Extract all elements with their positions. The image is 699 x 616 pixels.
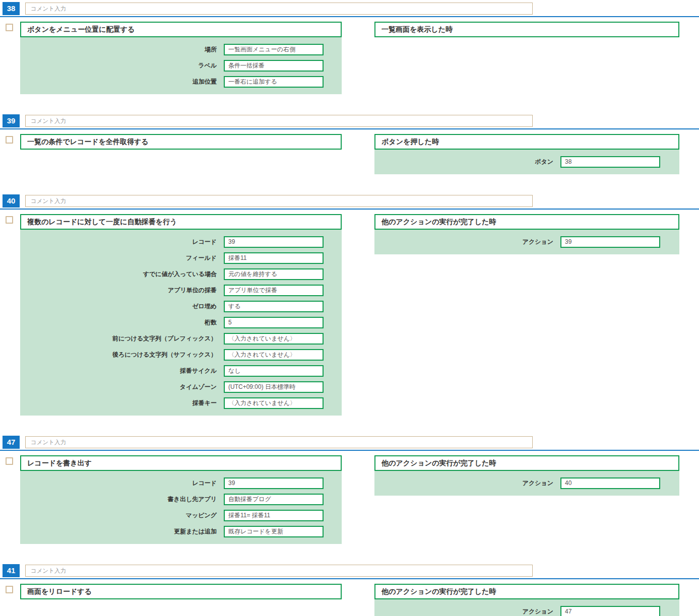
step-number-badge: 38 — [3, 2, 20, 15]
param-value-select[interactable]: 39 — [560, 236, 660, 248]
section-40: 40 複数のレコードに対して一度に自動採番を行う レコード 39 フィールド 採… — [0, 194, 699, 416]
comment-input[interactable] — [25, 3, 533, 15]
trigger-title[interactable]: 一覧画面を表示した時 — [374, 22, 679, 37]
trigger-title[interactable]: 他のアクションの実行が完了した時 — [374, 584, 679, 599]
param-label: ボタン — [374, 158, 553, 166]
checkbox-column — [0, 134, 20, 144]
param-row: 採番キー 〈入力されていません〉 — [20, 395, 342, 411]
section-checkbox[interactable] — [6, 24, 13, 31]
param-value-select[interactable]: 5 — [224, 317, 324, 328]
param-row: 更新または追加 既存レコードを更新 — [20, 523, 342, 539]
param-value-select[interactable]: 条件一括採番 — [224, 60, 324, 72]
param-value-select[interactable]: (UTC+09:00) 日本標準時 — [224, 381, 324, 393]
param-row: アプリ単位の採番 アプリ単位で採番 — [20, 282, 342, 298]
param-value-select[interactable]: 〈入力されていません〉 — [224, 333, 324, 345]
param-row: 前につける文字列（プレフィックス） 〈入力されていません〉 — [20, 330, 342, 347]
param-label: アクション — [374, 479, 553, 488]
section-checkbox[interactable] — [6, 216, 13, 224]
param-value-select[interactable]: 40 — [560, 477, 660, 489]
param-value-select[interactable]: する — [224, 301, 324, 312]
trigger-title[interactable]: ボタンを押した時 — [374, 134, 679, 150]
comment-input[interactable] — [25, 436, 533, 448]
param-value-select[interactable]: 〈入力されていません〉 — [224, 349, 324, 361]
trigger-title[interactable]: 他のアクションの実行が完了した時 — [374, 214, 679, 230]
section-40-content: 複数のレコードに対して一度に自動採番を行う レコード 39 フィールド 採番11… — [0, 210, 699, 416]
param-row: 場所 一覧画面メニューの右側 — [20, 41, 342, 57]
checkbox-column — [0, 22, 20, 31]
section-39: 39 一覧の条件でレコードを全件取得する ボタンを押した時 ボタン 38 — [0, 114, 699, 174]
param-value-select[interactable]: 38 — [560, 156, 660, 168]
param-label: ゼロ埋め — [20, 302, 217, 311]
action-column: レコードを書き出す レコード 39 書き出し先アプリ 自動採番ブログ マッピング… — [20, 455, 342, 544]
workflow-action-list: 38 ボタンをメニュー位置に配置する 場所 一覧画面メニューの右側 ラベル 条件… — [0, 0, 699, 616]
param-row: アクション 39 — [374, 234, 679, 250]
trigger-column: 他のアクションの実行が完了した時 アクション 40 — [374, 455, 679, 496]
param-label: アクション — [374, 607, 553, 616]
trigger-column: ボタンを押した時 ボタン 38 — [374, 134, 679, 174]
section-38-content: ボタンをメニュー位置に配置する 場所 一覧画面メニューの右側 ラベル 条件一括採… — [0, 17, 699, 94]
step-number-badge: 47 — [3, 436, 20, 449]
action-params-panel: 場所 一覧画面メニューの右側 ラベル 条件一括採番 追加位置 一番右に追加する — [20, 37, 342, 94]
param-row: 採番サイクル なし — [20, 363, 342, 379]
trigger-title[interactable]: 他のアクションの実行が完了した時 — [374, 455, 679, 471]
section-checkbox[interactable] — [6, 136, 13, 144]
section-39-content: 一覧の条件でレコードを全件取得する ボタンを押した時 ボタン 38 — [0, 129, 699, 174]
param-row: 追加位置 一番右に追加する — [20, 74, 342, 90]
section-47-header: 47 — [0, 436, 699, 450]
param-value-select[interactable]: なし — [224, 365, 324, 377]
action-title[interactable]: レコードを書き出す — [20, 455, 342, 471]
param-row: すでに値が入っている場合 元の値を維持する — [20, 266, 342, 282]
checkbox-column — [0, 455, 20, 465]
param-value-select[interactable]: 一覧画面メニューの右側 — [224, 44, 324, 55]
section-41-header: 41 — [0, 564, 699, 578]
param-value-select[interactable]: 元の値を維持する — [224, 268, 324, 280]
param-value-select[interactable]: アプリ単位で採番 — [224, 285, 324, 296]
param-row: ボタン 38 — [374, 154, 679, 170]
param-row: レコード 39 — [20, 234, 342, 250]
action-params-panel: レコード 39 フィールド 採番11 すでに値が入っている場合 元の値を維持する… — [20, 230, 342, 416]
param-value-select[interactable]: 自動採番ブログ — [224, 494, 324, 505]
param-row: レコード 39 — [20, 475, 342, 491]
param-value-select[interactable]: 〈入力されていません〉 — [224, 397, 324, 409]
param-label: レコード — [20, 479, 217, 488]
section-38: 38 ボタンをメニュー位置に配置する 場所 一覧画面メニューの右側 ラベル 条件… — [0, 2, 699, 94]
action-title[interactable]: ボタンをメニュー位置に配置する — [20, 22, 342, 37]
param-label: フィールド — [20, 254, 217, 262]
param-value-select[interactable]: 39 — [224, 477, 324, 489]
param-value-select[interactable]: 一番右に追加する — [224, 76, 324, 88]
action-title[interactable]: 画面をリロードする — [20, 584, 342, 599]
param-label: 桁数 — [20, 318, 217, 327]
action-title[interactable]: 一覧の条件でレコードを全件取得する — [20, 134, 342, 150]
section-40-header: 40 — [0, 194, 699, 209]
section-41: 41 画面をリロードする 他のアクションの実行が完了した時 アクション 47 — [0, 564, 699, 616]
section-checkbox[interactable] — [6, 457, 13, 465]
param-value-select[interactable]: 採番11 — [224, 252, 324, 264]
param-label: アクション — [374, 238, 553, 246]
section-checkbox[interactable] — [6, 586, 13, 593]
param-row: 書き出し先アプリ 自動採番ブログ — [20, 491, 342, 507]
action-title[interactable]: 複数のレコードに対して一度に自動採番を行う — [20, 214, 342, 230]
param-value-select[interactable]: 39 — [224, 236, 324, 248]
trigger-params-panel: アクション 39 — [374, 230, 679, 254]
param-value-select[interactable]: 既存レコードを更新 — [224, 526, 324, 537]
param-value-select[interactable]: 47 — [560, 606, 660, 616]
param-row: ゼロ埋め する — [20, 298, 342, 314]
section-38-header: 38 — [0, 2, 699, 16]
param-label: アプリ単位の採番 — [20, 286, 217, 295]
comment-input[interactable] — [25, 115, 533, 127]
action-column: 複数のレコードに対して一度に自動採番を行う レコード 39 フィールド 採番11… — [20, 214, 342, 416]
param-row: フィールド 採番11 — [20, 250, 342, 266]
comment-input[interactable] — [25, 195, 533, 207]
param-label: 書き出し先アプリ — [20, 495, 217, 504]
param-row: ラベル 条件一括採番 — [20, 57, 342, 74]
trigger-column: 他のアクションの実行が完了した時 アクション 39 — [374, 214, 679, 254]
param-row: マッピング 採番11= 採番11 — [20, 507, 342, 523]
comment-input[interactable] — [25, 565, 533, 577]
param-row: アクション 40 — [374, 475, 679, 491]
action-column: 一覧の条件でレコードを全件取得する — [20, 134, 342, 150]
param-row: アクション 47 — [374, 603, 679, 616]
checkbox-column — [0, 214, 20, 224]
param-label: 更新または追加 — [20, 527, 217, 536]
param-value-select[interactable]: 採番11= 採番11 — [224, 510, 324, 521]
section-47-content: レコードを書き出す レコード 39 書き出し先アプリ 自動採番ブログ マッピング… — [0, 451, 699, 544]
